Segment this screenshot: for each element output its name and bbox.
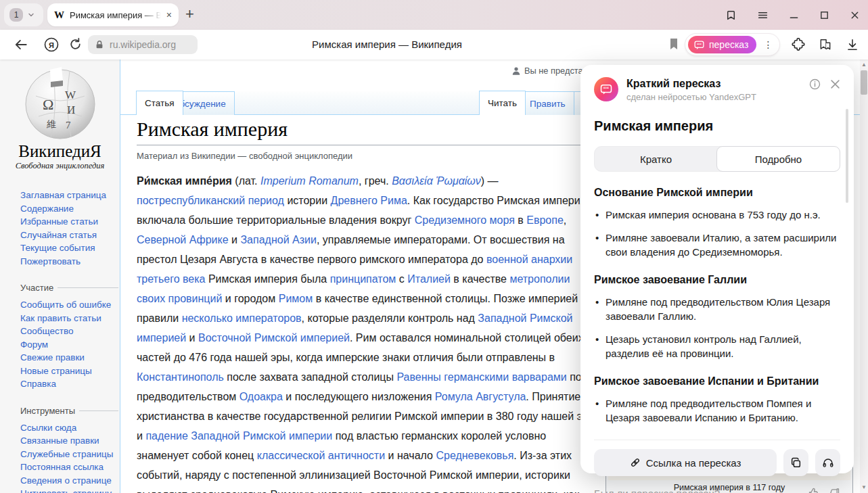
summary-bullet: Римляне завоевали Италию, а затем расшир… <box>594 231 840 259</box>
article-title: Римская империя <box>137 118 597 145</box>
sidebar-link[interactable]: Текущие события <box>20 241 120 255</box>
sidebar-link[interactable]: Пожертвовать <box>20 255 120 268</box>
close-window-icon[interactable] <box>850 10 860 20</box>
sidebar-link[interactable]: Свежие правки <box>20 351 120 365</box>
article-link[interactable]: принципатом <box>330 273 396 285</box>
sidebar-link[interactable]: Как править статьи <box>20 312 120 325</box>
new-tab-button[interactable]: + <box>185 5 194 23</box>
minimize-icon[interactable] <box>789 10 799 20</box>
back-icon[interactable] <box>14 37 28 52</box>
article-link[interactable]: Равенны германскими варварами <box>396 371 566 383</box>
sidebar-link[interactable]: Заглавная страница <box>20 189 120 202</box>
downloads-icon[interactable] <box>846 38 859 51</box>
sidebar-link[interactable]: Содержание <box>20 202 120 216</box>
article-link[interactable]: Европе <box>526 214 564 226</box>
summary-bullet: Цезарь установил контроль над Галлией, р… <box>594 332 840 360</box>
article-paragraph: Ри́мская импе́рия (лат. Imperium Romanum… <box>137 171 597 493</box>
article-link[interactable]: Константинополь <box>137 371 224 383</box>
article-link[interactable]: Западной Азии <box>240 234 316 245</box>
tab-strip-spacer <box>225 91 479 114</box>
tab-close-icon[interactable]: × <box>166 10 172 20</box>
retell-control: ““ пересказ ⋮ <box>685 33 780 56</box>
sidebar-link[interactable]: Сообщить об ошибке <box>20 298 120 312</box>
retell-button[interactable]: ““ пересказ <box>688 36 756 53</box>
sidebar-link[interactable]: Служебные страницы <box>20 448 120 461</box>
summary-bullet: Римская империя основана в 753 году до н… <box>594 208 840 222</box>
browser-toolbar: Я ru.wikipedia.org Римская империя — Вик… <box>0 30 868 60</box>
article-link[interactable]: Восточной Римской империей <box>198 332 350 344</box>
menu-icon[interactable] <box>757 9 769 21</box>
sidebar-link[interactable]: Справка <box>20 377 120 391</box>
sidebar-link[interactable]: Избранные статьи <box>20 215 120 229</box>
article-link[interactable]: Imperium Romanum <box>260 175 359 187</box>
bookmark-icon[interactable] <box>668 38 679 50</box>
side-panel-icon[interactable] <box>725 9 737 21</box>
panel-scrollbar[interactable] <box>846 109 848 203</box>
thumbs-up-icon[interactable] <box>808 487 820 493</box>
copy-text-button[interactable] <box>783 449 808 476</box>
article-link[interactable]: Средневековья <box>436 450 513 461</box>
scroll-down-icon[interactable]: ▼ <box>860 482 868 492</box>
svg-text:““: ““ <box>697 42 702 47</box>
article-link[interactable]: Ромула Августула <box>435 391 526 402</box>
tab-read[interactable]: Читать <box>479 91 526 115</box>
sidebar-link[interactable]: Случайная статья <box>20 229 120 242</box>
mode-tab-detailed[interactable]: Подробно <box>716 146 840 172</box>
browser-tab-bar: 1 W Римская империя — В × + <box>0 0 868 30</box>
headphones-icon <box>822 456 834 469</box>
wikipedia-globe-logo[interactable]: Ω W И 維 7 <box>22 66 98 141</box>
tab-article[interactable]: Статья <box>136 91 183 115</box>
retell-menu-icon[interactable]: ⋮ <box>763 43 773 47</box>
address-bar[interactable]: ru.wikipedia.org <box>88 35 198 54</box>
sidebar-link[interactable]: Цитировать страницу <box>20 487 120 493</box>
sidebar-link[interactable]: Связанные правки <box>20 434 120 448</box>
wikipedia-wordmark[interactable]: ВикипедиЯ <box>0 142 120 161</box>
browser-tab[interactable]: W Римская империя — В × <box>47 3 179 26</box>
collections-icon[interactable] <box>819 38 832 51</box>
sidebar-link[interactable]: Форум <box>20 338 120 352</box>
article-link[interactable]: Средиземного моря <box>415 214 515 226</box>
reload-icon[interactable] <box>68 37 83 51</box>
article-link[interactable]: Древнего Рима <box>331 195 407 206</box>
yandex-home-icon[interactable]: Я <box>43 37 60 53</box>
svg-text:И: И <box>67 103 75 116</box>
article-link[interactable]: классической античности <box>257 450 385 461</box>
thumbs-down-icon[interactable] <box>828 487 840 493</box>
mode-switcher: Кратко Подробно <box>594 146 840 172</box>
info-icon[interactable] <box>809 78 821 90</box>
close-panel-icon[interactable] <box>830 79 840 89</box>
svg-text:““: ““ <box>603 86 609 92</box>
tab-counter-button[interactable]: 1 <box>4 3 43 26</box>
summary-panel: ““ Краткий пересказ сделан нейросетью Ya… <box>580 65 854 473</box>
wikipedia-tagline: Свободная энциклопедия <box>0 161 120 171</box>
copy-link-button[interactable]: Ссылка на пересказ <box>594 449 777 476</box>
sidebar-link[interactable]: Новые страницы <box>20 365 120 378</box>
sidebar-link[interactable]: Сведения о странице <box>20 474 120 488</box>
listen-button[interactable] <box>815 449 840 476</box>
mode-tab-brief[interactable]: Кратко <box>595 147 717 171</box>
svg-text:W: W <box>65 89 76 101</box>
article-link[interactable]: Одоакра <box>239 391 283 402</box>
article-link[interactable]: Италией <box>407 273 451 285</box>
panel-title: Краткий пересказ <box>626 78 756 90</box>
sidebar-link[interactable]: Ссылки сюда <box>20 421 120 435</box>
sidebar-link[interactable]: Постоянная ссылка <box>20 461 120 474</box>
quote-bubble-icon: ““ <box>693 39 705 51</box>
scrollbar-thumb[interactable] <box>861 70 867 95</box>
article-link[interactable]: Северной Африке <box>137 234 229 245</box>
article-link[interactable]: Βασιλεία Ῥωμαίων <box>392 175 481 187</box>
tab-edit[interactable]: Править <box>521 91 574 115</box>
article-link[interactable]: падение Западной Римской империи <box>145 430 332 442</box>
article-link[interactable]: Римом <box>279 293 313 304</box>
maximize-icon[interactable] <box>819 10 829 20</box>
sidebar-section-participation: Участие <box>0 283 120 293</box>
sidebar-link[interactable]: Сообщество <box>20 325 120 338</box>
page-scrollbar[interactable]: ▲ ▼ <box>860 60 868 493</box>
scroll-up-icon[interactable]: ▲ <box>860 60 868 69</box>
article-link[interactable]: постреспубликанский период <box>137 195 284 206</box>
link-icon <box>630 457 641 468</box>
article-link[interactable]: несколько императоров <box>182 312 302 324</box>
article-sitesub: Материал из Википедии — свободной энцикл… <box>137 151 597 161</box>
quote-bubble-icon: ““ <box>599 83 613 96</box>
extensions-icon[interactable] <box>792 38 805 51</box>
